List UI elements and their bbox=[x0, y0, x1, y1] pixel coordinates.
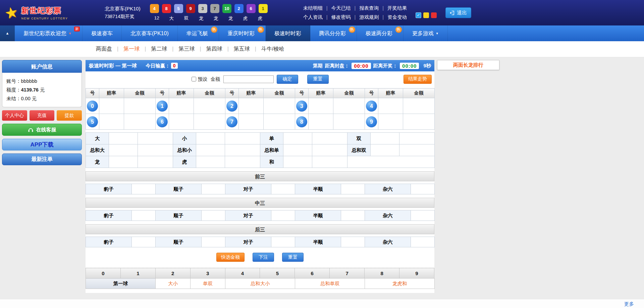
group-bet-label[interactable]: 对子 bbox=[225, 184, 271, 194]
bottom-tab[interactable]: 第一球 bbox=[86, 279, 156, 289]
bottom-tab[interactable]: 单双 bbox=[191, 279, 225, 289]
quick-amount-button[interactable]: 快选金额 bbox=[216, 253, 245, 262]
amount-cell[interactable] bbox=[225, 133, 260, 144]
theme-swatch[interactable] bbox=[431, 12, 437, 18]
bet-number-cell[interactable]: 5 bbox=[86, 114, 99, 130]
amount-cell[interactable] bbox=[264, 98, 295, 114]
result-trend-button[interactable]: 结果走势 bbox=[404, 75, 432, 84]
two-side-label[interactable]: 总和大 bbox=[86, 144, 109, 156]
preset-checkbox[interactable] bbox=[192, 77, 196, 81]
amount-cell[interactable] bbox=[271, 184, 295, 194]
nav-item[interactable]: 重庆时时彩热 bbox=[219, 25, 266, 41]
withdraw-button[interactable]: 提款 bbox=[57, 110, 82, 121]
amount-cell[interactable] bbox=[271, 237, 295, 247]
header-link[interactable]: 今天已结 bbox=[331, 5, 359, 11]
group-bet-label[interactable]: 豹子 bbox=[86, 184, 132, 194]
deposit-button[interactable]: 充值 bbox=[30, 110, 55, 121]
header-link[interactable]: 开奖结果 bbox=[387, 5, 407, 11]
header-link[interactable]: 游戏规则 bbox=[359, 14, 387, 20]
group-bet-label[interactable]: 半顺 bbox=[295, 210, 341, 221]
two-side-label[interactable]: 虎 bbox=[173, 156, 196, 168]
amount-cell[interactable] bbox=[312, 156, 347, 168]
group-bet-label[interactable]: 杂六 bbox=[365, 237, 411, 247]
amount-cell[interactable] bbox=[132, 237, 156, 247]
group-bet-label[interactable]: 顺子 bbox=[156, 210, 202, 221]
group-bet-label[interactable]: 对子 bbox=[225, 210, 271, 221]
header-link[interactable]: 未结明细 bbox=[303, 5, 331, 11]
amount-cell[interactable] bbox=[194, 114, 225, 130]
group-bet-label[interactable]: 杂六 bbox=[365, 184, 411, 194]
amount-input[interactable] bbox=[223, 75, 274, 83]
two-side-label[interactable]: 双 bbox=[347, 133, 371, 144]
nav-item[interactable]: 更多游戏▼ bbox=[404, 25, 448, 41]
reset-amount-button[interactable]: 重置 bbox=[307, 75, 329, 84]
amount-cell[interactable] bbox=[341, 210, 365, 221]
reset-bets-button[interactable]: 重置 bbox=[282, 253, 304, 262]
two-side-label[interactable]: 单 bbox=[260, 133, 283, 144]
theme-swatch[interactable]: ✓ bbox=[416, 12, 421, 18]
nav-item[interactable]: 极速两分彩热 bbox=[357, 25, 404, 41]
group-bet-label[interactable]: 顺子 bbox=[156, 237, 202, 247]
nav-item[interactable]: 极速时时彩 bbox=[266, 25, 310, 41]
amount-cell[interactable] bbox=[132, 184, 156, 194]
amount-cell[interactable] bbox=[411, 237, 435, 247]
logo[interactable]: ★ 新世纪彩票 NEW CENTURY LOTTERY bbox=[5, 5, 81, 20]
header-link[interactable]: 修改密码 bbox=[331, 14, 359, 20]
bottom-tab[interactable]: 总和单双 bbox=[295, 279, 365, 289]
subnav-item[interactable]: 第一球 bbox=[123, 46, 151, 52]
group-bet-label[interactable]: 半顺 bbox=[295, 237, 341, 247]
amount-cell[interactable] bbox=[341, 237, 365, 247]
nav-item[interactable]: 新世纪彩票欢迎您▼新 bbox=[15, 25, 83, 41]
nav-item[interactable]: 幸运飞艇热 bbox=[178, 25, 219, 41]
online-service-button[interactable]: 在线客服 bbox=[2, 124, 82, 136]
bet-number-cell[interactable]: 7 bbox=[225, 114, 239, 130]
amount-cell[interactable] bbox=[271, 210, 295, 221]
group-bet-label[interactable]: 对子 bbox=[225, 237, 271, 247]
header-link[interactable]: 资金变动 bbox=[387, 14, 407, 20]
subnav-item[interactable]: 斗牛/梭哈 bbox=[261, 46, 284, 52]
two-side-label[interactable]: 龙 bbox=[86, 156, 109, 168]
two-side-label[interactable]: 总和小 bbox=[173, 144, 196, 156]
two-side-label[interactable]: 大 bbox=[86, 133, 109, 144]
bet-number-cell[interactable]: 1 bbox=[156, 98, 169, 114]
nav-item[interactable]: 北京赛车(PK10) bbox=[122, 25, 178, 41]
subnav-item[interactable]: 第二球 bbox=[151, 46, 178, 52]
subnav-item[interactable]: 第三球 bbox=[178, 46, 206, 52]
two-side-label[interactable]: 和 bbox=[260, 156, 283, 168]
profile-button[interactable]: 个人中心 bbox=[2, 110, 27, 121]
amount-cell[interactable] bbox=[124, 114, 156, 130]
amount-cell[interactable] bbox=[411, 184, 435, 194]
more-link[interactable]: 更多 bbox=[624, 301, 634, 307]
bet-number-cell[interactable]: 9 bbox=[365, 114, 378, 130]
amount-cell[interactable] bbox=[403, 98, 435, 114]
header-link[interactable]: 个人资讯 bbox=[303, 14, 331, 20]
place-bet-button[interactable]: 下注 bbox=[253, 253, 274, 262]
app-download-button[interactable]: APP下载 bbox=[2, 139, 82, 150]
group-bet-label[interactable]: 豹子 bbox=[86, 237, 132, 247]
preset-toggle[interactable]: 预设 bbox=[192, 76, 208, 82]
amount-cell[interactable] bbox=[312, 144, 347, 156]
amount-cell[interactable] bbox=[399, 144, 435, 156]
group-bet-label[interactable]: 半顺 bbox=[295, 184, 341, 194]
bet-number-cell[interactable]: 2 bbox=[225, 98, 239, 114]
two-side-label[interactable]: 总和单 bbox=[260, 144, 283, 156]
bet-number-cell[interactable]: 8 bbox=[295, 114, 309, 130]
amount-cell[interactable] bbox=[202, 184, 225, 194]
amount-cell[interactable] bbox=[138, 156, 173, 168]
amount-cell[interactable] bbox=[138, 144, 173, 156]
two-side-label[interactable]: 总和双 bbox=[347, 144, 371, 156]
amount-cell[interactable] bbox=[403, 114, 435, 130]
bottom-tab[interactable]: 总和大小 bbox=[225, 279, 295, 289]
long-dragon-rank-button[interactable]: 两面长龙排行 bbox=[437, 60, 499, 70]
subnav-item[interactable]: 第四球 bbox=[206, 46, 234, 52]
logout-button[interactable]: 退出 bbox=[445, 7, 471, 18]
amount-cell[interactable] bbox=[202, 210, 225, 221]
amount-cell[interactable] bbox=[124, 98, 156, 114]
nav-item[interactable]: 极速赛车 bbox=[83, 25, 122, 41]
nav-collapse-button[interactable]: ▲ bbox=[0, 25, 15, 41]
amount-cell[interactable] bbox=[138, 133, 173, 144]
latest-bets-button[interactable]: 最新注单 bbox=[2, 153, 82, 165]
amount-cell[interactable] bbox=[341, 184, 365, 194]
group-bet-label[interactable]: 顺子 bbox=[156, 184, 202, 194]
confirm-button[interactable]: 确定 bbox=[277, 75, 298, 84]
